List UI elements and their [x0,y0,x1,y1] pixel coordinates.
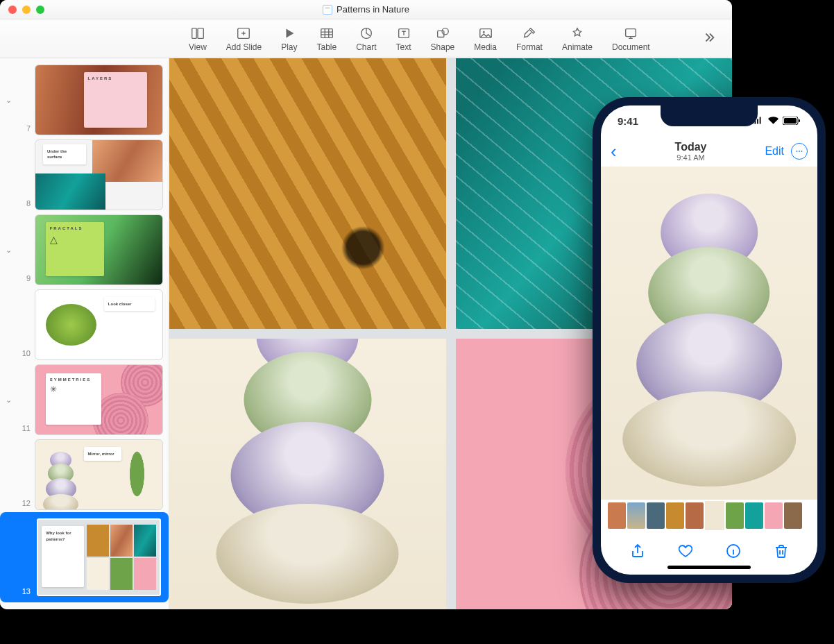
ellipsis-icon [794,146,804,156]
status-indicators [751,117,801,125]
chart-icon [359,26,374,41]
status-time: 9:41 [618,115,638,127]
shape-button[interactable]: Shape [421,26,465,52]
battery-icon [783,117,801,125]
disclosure-icon[interactable]: ⌄ [3,96,14,105]
thumbnail: Look closer [35,289,163,360]
image-honeycomb[interactable] [169,58,446,329]
shape-label: Shape [431,42,455,52]
add-slide-button[interactable]: Add Slide [216,26,271,52]
slide-thumb-12[interactable]: 12 Mirror, mirror [0,437,169,512]
slide-title: FRACTALS [50,226,100,231]
text-label: Text [396,42,411,52]
animate-button[interactable]: Animate [552,26,602,52]
titlebar: Patterns in Nature [0,0,732,19]
slide-number: 9 [18,274,31,285]
edit-button[interactable]: Edit [765,145,784,158]
media-button[interactable]: Media [464,26,507,52]
image-urchins[interactable] [169,339,446,609]
share-button[interactable] [629,543,646,561]
play-button[interactable]: Play [271,26,307,52]
slide-navigator[interactable]: ⌄ 7 LAYERS 8 Under the surface [0,58,169,609]
trash-icon [773,543,790,559]
svg-rect-13 [799,119,800,122]
table-label: Table [317,42,337,52]
film-thumb[interactable] [666,502,684,529]
favorite-button[interactable] [677,543,694,561]
nav-subtitle: 9:41 AM [675,153,707,162]
table-button[interactable]: Table [307,26,347,52]
photos-nav-bar: ‹ Today 9:41 AM Edit [601,136,817,167]
slide-number: 8 [18,199,31,210]
disclosure-icon[interactable]: ⌄ [3,246,14,255]
thumbnail: LAYERS [35,65,163,135]
slide-thumb-11[interactable]: ⌄ 11 SYMMETRIES ✳ [0,362,169,437]
film-thumb[interactable] [745,502,763,529]
chart-button[interactable]: Chart [346,26,386,52]
slide-number: 11 [18,424,31,435]
animate-icon [570,26,585,41]
delete-button[interactable] [773,543,790,561]
filmstrip[interactable] [601,500,817,532]
more-button[interactable] [791,143,808,160]
text-button[interactable]: Text [386,26,421,52]
toolbar-overflow-button[interactable] [692,30,726,47]
svg-rect-0 [192,28,196,38]
document-icon [623,26,638,41]
back-button[interactable]: ‹ [611,141,617,162]
slide-title: Look closer [108,302,132,306]
photo-viewer[interactable] [601,167,817,500]
view-button[interactable]: View [179,26,216,52]
slide-thumb-8[interactable]: 8 Under the surface [0,137,169,212]
slide-number: 10 [18,349,31,360]
nav-title-group: Today 9:41 AM [675,141,707,162]
thumbnail: SYMMETRIES ✳ [35,364,163,435]
slide-title: SYMMETRIES [50,378,98,382]
svg-rect-12 [784,118,797,124]
film-thumb[interactable] [686,502,704,529]
slide-thumb-7[interactable]: ⌄ 7 LAYERS [0,62,169,137]
urchin-stack [216,339,399,604]
slide-number: 7 [18,124,31,135]
document-label: Document [612,42,650,52]
slide-title: LAYERS [88,76,144,81]
disclosure-icon[interactable]: ⌄ [3,396,14,405]
film-thumb-selected[interactable] [705,501,724,530]
play-icon [282,26,297,41]
play-label: Play [281,42,297,52]
slide-thumb-13[interactable]: 13 Why look for patterns? [0,512,169,602]
film-thumb[interactable] [608,502,626,529]
svg-rect-10 [626,28,636,36]
svg-rect-3 [321,28,333,37]
slide-title: Mirror, mirror [88,452,114,456]
notch [661,105,758,126]
thumbnail: Mirror, mirror [35,439,163,510]
slide-thumb-10[interactable]: 10 Look closer [0,287,169,362]
table-icon [319,26,334,41]
slide-number: 13 [18,587,31,598]
text-icon [396,26,411,41]
add-slide-icon [236,26,251,41]
chart-label: Chart [356,42,376,52]
film-thumb[interactable] [784,502,802,529]
slide-title: Under the surface [47,149,67,159]
info-button[interactable] [725,543,742,561]
film-thumb[interactable] [726,502,744,529]
format-label: Format [516,42,543,52]
home-indicator[interactable] [667,566,751,569]
document-button[interactable]: Document [602,26,660,52]
slide-thumb-9[interactable]: ⌄ 9 FRACTALS △ [0,212,169,287]
slide-title: Why look for patterns? [46,531,71,541]
format-button[interactable]: Format [507,26,552,52]
film-thumb[interactable] [765,502,783,529]
thumbnail: Under the surface [35,139,163,210]
window-title: Patterns in Nature [0,4,732,15]
chevron-double-right-icon [701,30,717,45]
view-icon [190,26,205,41]
window-title-text: Patterns in Nature [337,4,409,15]
film-thumb[interactable] [647,502,665,529]
photo-content [622,218,796,486]
film-thumb[interactable] [627,502,645,529]
view-label: View [189,42,207,52]
svg-rect-1 [198,28,203,38]
